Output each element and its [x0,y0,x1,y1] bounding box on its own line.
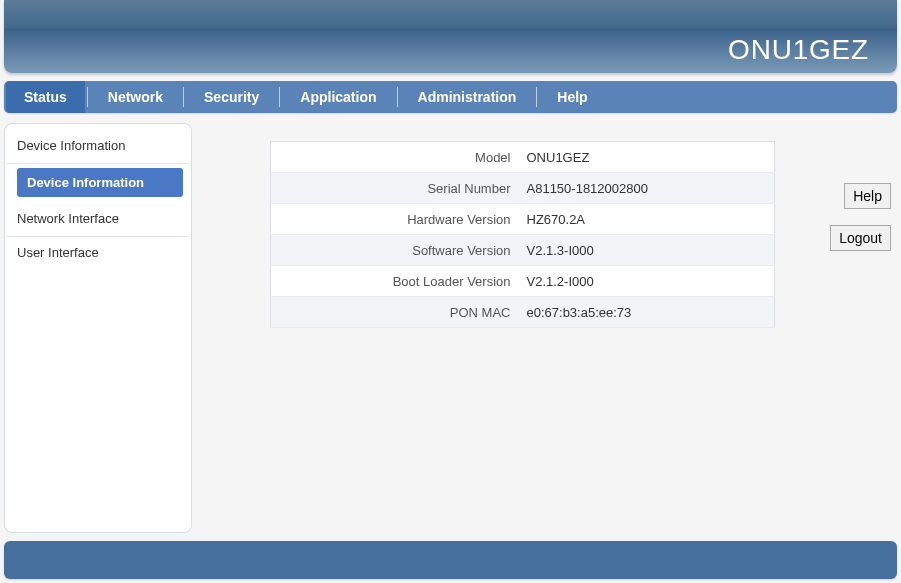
logout-button[interactable]: Logout [830,225,891,251]
row-label: Software Version [271,235,519,266]
nav-separator [183,87,184,107]
table-row: Software Version V2.1.3-I000 [271,235,775,266]
nav-separator [397,87,398,107]
nav-administration[interactable]: Administration [400,81,535,113]
help-button[interactable]: Help [844,183,891,209]
action-buttons: Help Logout [830,183,891,251]
sidebar-group-user-interface[interactable]: User Interface [7,237,189,270]
table-row: Hardware Version HZ670.2A [271,204,775,235]
content-area: Device Information Device Information Ne… [4,123,897,533]
row-value: A81150-1812002800 [519,173,775,204]
row-label: Boot Loader Version [271,266,519,297]
brand-title: ONU1GEZ [728,34,869,66]
row-label: Hardware Version [271,204,519,235]
sidebar-group-network-interface[interactable]: Network Interface [7,203,189,237]
sidebar-item-device-information[interactable]: Device Information [17,168,183,197]
header-banner: ONU1GEZ [4,0,897,73]
nav-status[interactable]: Status [6,81,85,113]
footer-bar [4,541,897,579]
row-value: V2.1.2-I000 [519,266,775,297]
row-value: V2.1.3-I000 [519,235,775,266]
nav-security[interactable]: Security [186,81,277,113]
table-row: Boot Loader Version V2.1.2-I000 [271,266,775,297]
row-label: PON MAC [271,297,519,328]
device-info-table: Model ONU1GEZ Serial Number A81150-18120… [270,141,775,328]
nav-separator [536,87,537,107]
sidebar-subgroup: Device Information [17,168,183,197]
row-label: Serial Number [271,173,519,204]
nav-application[interactable]: Application [282,81,394,113]
main-nav: Status Network Security Application Admi… [4,81,897,113]
row-label: Model [271,142,519,173]
nav-separator [279,87,280,107]
table-row: PON MAC e0:67:b3:a5:ee:73 [271,297,775,328]
sidebar: Device Information Device Information Ne… [4,123,192,533]
row-value: e0:67:b3:a5:ee:73 [519,297,775,328]
row-value: ONU1GEZ [519,142,775,173]
nav-network[interactable]: Network [90,81,181,113]
nav-separator [87,87,88,107]
table-row: Model ONU1GEZ [271,142,775,173]
nav-help[interactable]: Help [539,81,605,113]
main-panel: Model ONU1GEZ Serial Number A81150-18120… [210,123,897,533]
table-row: Serial Number A81150-1812002800 [271,173,775,204]
sidebar-group-device-information[interactable]: Device Information [7,130,189,164]
row-value: HZ670.2A [519,204,775,235]
